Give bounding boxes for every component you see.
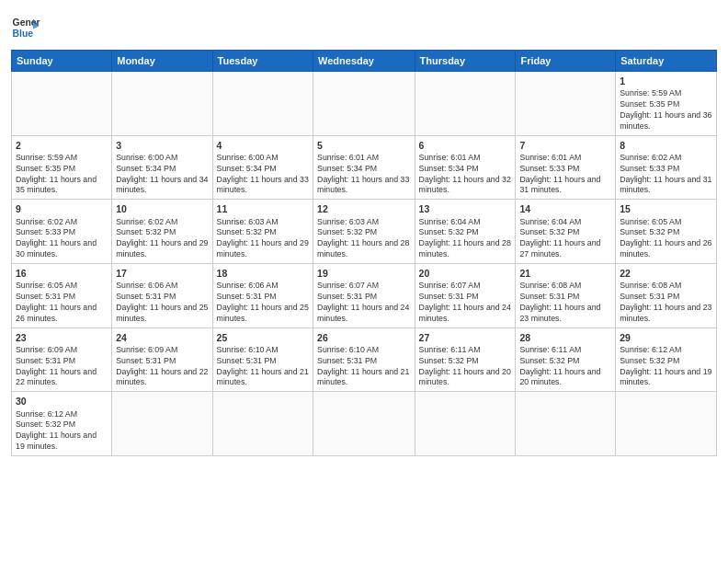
day-number: 1 <box>620 75 712 87</box>
calendar-week-1: 1Sunrise: 5:59 AM Sunset: 5:35 PM Daylig… <box>12 72 717 136</box>
weekday-monday: Monday <box>112 51 212 72</box>
day-info: Sunrise: 6:04 AM Sunset: 5:32 PM Dayligh… <box>419 217 512 261</box>
day-info: Sunrise: 6:03 AM Sunset: 5:32 PM Dayligh… <box>317 217 411 261</box>
day-info: Sunrise: 6:00 AM Sunset: 5:34 PM Dayligh… <box>116 153 208 197</box>
header: General Blue <box>11 9 717 42</box>
day-number: 27 <box>419 331 512 344</box>
svg-text:Blue: Blue <box>13 29 34 39</box>
day-info: Sunrise: 6:05 AM Sunset: 5:32 PM Dayligh… <box>620 217 712 261</box>
calendar-week-4: 16Sunrise: 6:05 AM Sunset: 5:31 PM Dayli… <box>12 264 717 328</box>
day-number: 29 <box>620 331 712 344</box>
day-number: 25 <box>217 331 309 344</box>
day-number: 5 <box>317 139 411 152</box>
calendar-cell: 21Sunrise: 6:08 AM Sunset: 5:31 PM Dayli… <box>516 264 616 328</box>
calendar-cell <box>112 72 212 136</box>
day-number: 23 <box>16 331 108 344</box>
day-number: 22 <box>620 267 712 280</box>
day-number: 18 <box>217 267 309 280</box>
calendar-cell: 3Sunrise: 6:00 AM Sunset: 5:34 PM Daylig… <box>112 135 212 200</box>
day-number: 12 <box>317 202 411 215</box>
day-info: Sunrise: 6:07 AM Sunset: 5:31 PM Dayligh… <box>317 281 411 325</box>
day-number: 14 <box>519 202 611 215</box>
calendar-header: SundayMondayTuesdayWednesdayThursdayFrid… <box>12 51 717 72</box>
calendar-cell: 8Sunrise: 6:02 AM Sunset: 5:33 PM Daylig… <box>616 135 717 200</box>
day-info: Sunrise: 5:59 AM Sunset: 5:35 PM Dayligh… <box>16 153 108 197</box>
logo-icon: General Blue <box>11 13 40 42</box>
calendar-week-5: 23Sunrise: 6:09 AM Sunset: 5:31 PM Dayli… <box>12 327 717 392</box>
calendar-cell <box>313 72 415 136</box>
day-info: Sunrise: 6:11 AM Sunset: 5:32 PM Dayligh… <box>519 345 611 389</box>
day-info: Sunrise: 6:06 AM Sunset: 5:31 PM Dayligh… <box>116 281 208 325</box>
calendar-cell: 27Sunrise: 6:11 AM Sunset: 5:32 PM Dayli… <box>415 327 516 392</box>
calendar-cell: 12Sunrise: 6:03 AM Sunset: 5:32 PM Dayli… <box>313 200 415 264</box>
day-info: Sunrise: 6:12 AM Sunset: 5:32 PM Dayligh… <box>620 345 712 389</box>
day-info: Sunrise: 6:09 AM Sunset: 5:31 PM Dayligh… <box>16 345 108 389</box>
calendar-cell <box>516 72 616 136</box>
calendar-cell: 15Sunrise: 6:05 AM Sunset: 5:32 PM Dayli… <box>616 200 717 264</box>
day-number: 9 <box>16 202 108 215</box>
calendar-cell <box>313 392 415 456</box>
day-number: 13 <box>419 202 512 215</box>
weekday-friday: Friday <box>516 51 616 72</box>
calendar-cell: 23Sunrise: 6:09 AM Sunset: 5:31 PM Dayli… <box>12 327 112 392</box>
calendar-cell: 30Sunrise: 6:12 AM Sunset: 5:32 PM Dayli… <box>12 392 112 456</box>
day-info: Sunrise: 6:02 AM Sunset: 5:32 PM Dayligh… <box>116 217 208 261</box>
calendar-cell <box>212 392 313 456</box>
calendar-cell: 7Sunrise: 6:01 AM Sunset: 5:33 PM Daylig… <box>516 135 616 200</box>
calendar-cell: 26Sunrise: 6:10 AM Sunset: 5:31 PM Dayli… <box>313 327 415 392</box>
day-number: 8 <box>620 139 712 152</box>
day-number: 15 <box>620 202 712 215</box>
calendar-cell: 25Sunrise: 6:10 AM Sunset: 5:31 PM Dayli… <box>212 327 313 392</box>
calendar-cell: 24Sunrise: 6:09 AM Sunset: 5:31 PM Dayli… <box>112 327 212 392</box>
calendar-cell: 28Sunrise: 6:11 AM Sunset: 5:32 PM Dayli… <box>516 327 616 392</box>
day-number: 2 <box>16 139 108 152</box>
calendar-cell: 29Sunrise: 6:12 AM Sunset: 5:32 PM Dayli… <box>616 327 717 392</box>
day-info: Sunrise: 6:00 AM Sunset: 5:34 PM Dayligh… <box>217 153 309 197</box>
day-info: Sunrise: 6:12 AM Sunset: 5:32 PM Dayligh… <box>16 409 108 454</box>
weekday-tuesday: Tuesday <box>212 51 313 72</box>
day-info: Sunrise: 6:10 AM Sunset: 5:31 PM Dayligh… <box>217 345 309 389</box>
calendar-cell <box>212 72 313 136</box>
calendar-body: 1Sunrise: 5:59 AM Sunset: 5:35 PM Daylig… <box>12 72 717 456</box>
calendar-cell: 14Sunrise: 6:04 AM Sunset: 5:32 PM Dayli… <box>516 200 616 264</box>
day-info: Sunrise: 5:59 AM Sunset: 5:35 PM Dayligh… <box>620 88 712 132</box>
day-number: 24 <box>116 331 208 344</box>
calendar-cell: 20Sunrise: 6:07 AM Sunset: 5:31 PM Dayli… <box>415 264 516 328</box>
calendar-week-3: 9Sunrise: 6:02 AM Sunset: 5:33 PM Daylig… <box>12 200 717 264</box>
weekday-thursday: Thursday <box>415 51 516 72</box>
day-number: 3 <box>116 139 208 152</box>
day-info: Sunrise: 6:09 AM Sunset: 5:31 PM Dayligh… <box>116 345 208 389</box>
calendar-cell: 13Sunrise: 6:04 AM Sunset: 5:32 PM Dayli… <box>415 200 516 264</box>
day-number: 26 <box>317 331 411 344</box>
calendar-cell <box>12 72 112 136</box>
weekday-header-row: SundayMondayTuesdayWednesdayThursdayFrid… <box>12 51 717 72</box>
calendar-cell: 17Sunrise: 6:06 AM Sunset: 5:31 PM Dayli… <box>112 264 212 328</box>
day-number: 7 <box>519 139 611 152</box>
calendar-cell: 16Sunrise: 6:05 AM Sunset: 5:31 PM Dayli… <box>12 264 112 328</box>
page: General Blue SundayMondayTuesdayWednesda… <box>0 0 728 563</box>
weekday-sunday: Sunday <box>12 51 112 72</box>
calendar-cell: 11Sunrise: 6:03 AM Sunset: 5:32 PM Dayli… <box>212 200 313 264</box>
day-info: Sunrise: 6:05 AM Sunset: 5:31 PM Dayligh… <box>16 281 108 325</box>
day-number: 30 <box>16 395 108 408</box>
calendar-week-6: 30Sunrise: 6:12 AM Sunset: 5:32 PM Dayli… <box>12 392 717 456</box>
calendar-cell: 5Sunrise: 6:01 AM Sunset: 5:34 PM Daylig… <box>313 135 415 200</box>
day-info: Sunrise: 6:08 AM Sunset: 5:31 PM Dayligh… <box>519 281 611 325</box>
calendar-cell: 9Sunrise: 6:02 AM Sunset: 5:33 PM Daylig… <box>12 200 112 264</box>
day-number: 4 <box>217 139 309 152</box>
day-number: 20 <box>419 267 512 280</box>
day-info: Sunrise: 6:03 AM Sunset: 5:32 PM Dayligh… <box>217 217 309 261</box>
day-info: Sunrise: 6:08 AM Sunset: 5:31 PM Dayligh… <box>620 281 712 325</box>
calendar-cell: 6Sunrise: 6:01 AM Sunset: 5:34 PM Daylig… <box>415 135 516 200</box>
day-number: 10 <box>116 202 208 215</box>
calendar-cell: 4Sunrise: 6:00 AM Sunset: 5:34 PM Daylig… <box>212 135 313 200</box>
day-number: 19 <box>317 267 411 280</box>
day-number: 28 <box>519 331 611 344</box>
calendar-cell <box>616 392 717 456</box>
calendar-cell <box>415 72 516 136</box>
calendar-cell <box>112 392 212 456</box>
calendar-cell <box>516 392 616 456</box>
calendar-cell: 22Sunrise: 6:08 AM Sunset: 5:31 PM Dayli… <box>616 264 717 328</box>
logo: General Blue <box>11 13 40 42</box>
weekday-wednesday: Wednesday <box>313 51 415 72</box>
